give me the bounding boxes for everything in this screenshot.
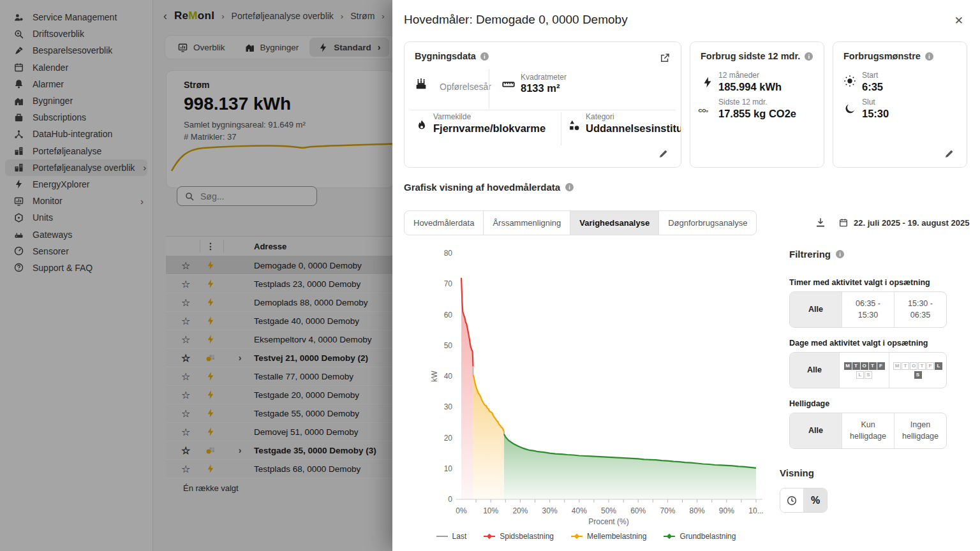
date-range-picker[interactable]: 22. juli 2025 - 19. august 2025 (838, 217, 969, 228)
svg-text:20: 20 (444, 434, 453, 443)
day-chip: T (869, 362, 877, 370)
graph-section-title: Grafisk visning af hovedmålerdata (404, 182, 560, 193)
svg-text:Procent (%): Procent (%) (588, 517, 628, 526)
cake-icon (414, 77, 428, 91)
day-chip: S (865, 371, 872, 379)
day-chip: M (844, 362, 852, 370)
bolt-icon (701, 75, 715, 89)
svg-text:kW: kW (430, 371, 439, 382)
info-icon[interactable]: i (565, 183, 574, 191)
download-icon[interactable] (815, 217, 826, 228)
end-value: 15:30 (862, 108, 889, 120)
co2-icon: CO₂ (697, 103, 711, 117)
graph-tab-årssammenligning[interactable]: Årssammenligning (484, 211, 570, 235)
info-icon[interactable]: i (480, 52, 489, 61)
legend-marker-icon (663, 533, 676, 540)
filter-option-ingen-helligdage[interactable]: Ingen helligdage (895, 413, 946, 448)
day-chip: O (861, 362, 868, 370)
category-label: Kategori (586, 112, 614, 121)
filter-option-15-30-06-35[interactable]: 15:30 - 06:35 (895, 292, 946, 327)
info-icon[interactable]: i (925, 52, 933, 61)
filter-group-label: Dage med aktivitet valgt i opsætning (789, 339, 947, 348)
sqm-value: 8133 m² (521, 82, 560, 94)
percent-mode-button[interactable]: % (804, 489, 827, 512)
sqm-label: Kvadratmeter (521, 73, 567, 82)
filter-option-days[interactable]: MTOTFLS (889, 353, 946, 388)
edit-icon[interactable] (944, 148, 955, 159)
close-icon[interactable]: ✕ (954, 14, 963, 27)
legend-item-last[interactable]: Last (436, 532, 467, 541)
consumption-card: Forbrug sidste 12 mdr.i 12 måneder 185.9… (690, 41, 824, 168)
day-chip: S (914, 371, 922, 379)
heat-source-icon (415, 119, 429, 133)
svg-text:0: 0 (448, 495, 452, 504)
filter-option-alle[interactable]: Alle (790, 413, 842, 448)
legend-item-spidsbelastning[interactable]: Spidsbelastning (483, 532, 554, 541)
svg-text:10: 10 (444, 464, 453, 473)
svg-text:80: 80 (444, 249, 453, 258)
legend-marker-icon (570, 533, 583, 540)
start-label: Start (862, 71, 878, 80)
clock-mode-button[interactable] (780, 489, 804, 512)
graph-tab-varighedsanalyse[interactable]: Varighedsanalyse (570, 211, 659, 235)
svg-text:40: 40 (444, 372, 453, 381)
sun-icon (843, 74, 857, 88)
graph-tab-hovedmålerdata[interactable]: Hovedmålerdata (405, 211, 484, 235)
filter-group-label: Timer med aktivitet valgt i opsætning (789, 278, 947, 287)
duration-chart: 010203040506070800%10%20%30%40%50%60%70%… (404, 246, 774, 529)
ruler-icon (501, 77, 516, 91)
filter-option-group: Alle06:35 - 15:3015:30 - 06:35 (789, 291, 947, 328)
filter-option-alle[interactable]: Alle (790, 353, 840, 388)
svg-text:CO₂: CO₂ (698, 108, 708, 114)
patterns-title: Forbrugsmønstre (843, 51, 921, 61)
legend-item-grundbelastning[interactable]: Grundbelastning (663, 532, 736, 541)
graph-tab-døgnforbrugsanalyse[interactable]: Døgnforbrugsanalyse (659, 211, 756, 235)
legend-label: Mellembelastning (587, 532, 646, 541)
filter-option-06-35-15-30[interactable]: 06:35 - 15:30 (842, 292, 895, 327)
open-in-new-icon[interactable] (659, 52, 671, 64)
consumption-12m-value: 185.994 kWh (718, 81, 782, 93)
filter-option-days[interactable]: MTOTFLS (840, 353, 889, 388)
svg-text:50: 50 (444, 341, 453, 350)
end-label: Slut (862, 98, 875, 107)
day-chip: F (926, 362, 934, 370)
filter-option-kun-helligdage[interactable]: Kun helligdage (842, 413, 895, 448)
svg-text:70: 70 (444, 279, 453, 288)
filter-title: Filtrering (789, 249, 831, 260)
day-chip: O (910, 362, 917, 370)
filter-group-label: Helligdage (789, 399, 947, 408)
legend-label: Last (452, 532, 467, 541)
svg-text:10%: 10% (483, 506, 498, 515)
svg-text:80%: 80% (690, 506, 705, 515)
construction-year-label: Opførelsesår (440, 82, 491, 92)
day-chip: T (852, 362, 860, 370)
building-data-title: Bygningsdata (415, 51, 476, 61)
category-value: Uddannelsesinstitution (586, 122, 681, 135)
filter-option-alle[interactable]: Alle (790, 292, 842, 327)
day-chip: T (902, 362, 909, 370)
display-mode-title: Visning (780, 467, 814, 478)
clock-icon (786, 495, 798, 506)
legend-item-mellembelastning[interactable]: Mellembelastning (570, 532, 646, 541)
heat-source-value: Fjernvarme/blokvarme (433, 122, 546, 135)
day-chip: M (893, 362, 901, 370)
legend-label: Spidsbelastning (500, 532, 554, 541)
info-icon[interactable]: i (836, 250, 844, 258)
info-icon[interactable]: i (805, 52, 813, 61)
day-chip: T (918, 362, 926, 370)
legend-label: Grundbelastning (679, 532, 736, 541)
svg-text:30%: 30% (542, 506, 558, 515)
day-chip: L (935, 362, 942, 370)
svg-text:0%: 0% (456, 506, 467, 515)
legend-marker-icon (483, 533, 496, 540)
svg-text:20%: 20% (512, 506, 528, 515)
svg-text:40%: 40% (572, 506, 587, 515)
filter-option-group: AlleMTOTFLSMTOTFLS (789, 352, 947, 388)
svg-text:60: 60 (444, 311, 453, 320)
consumption-title: Forbrug sidste 12 mdr. (701, 51, 800, 61)
svg-text:70%: 70% (660, 506, 675, 515)
calendar-icon (838, 217, 849, 228)
graph-tabbar: HovedmålerdataÅrssammenligningVarighedsa… (404, 210, 757, 235)
svg-text:60%: 60% (630, 506, 646, 515)
edit-icon[interactable] (658, 148, 669, 159)
